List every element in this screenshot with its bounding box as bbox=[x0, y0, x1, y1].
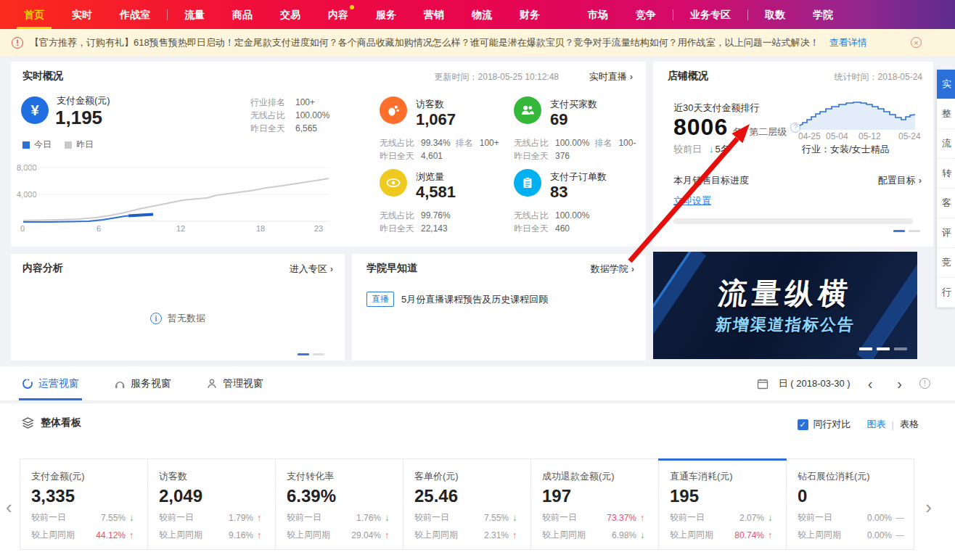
trend-x-tick: 04-25 bbox=[798, 131, 821, 141]
nav-item-business-zone[interactable]: 业务专区 bbox=[690, 0, 731, 29]
calendar-icon[interactable] bbox=[757, 378, 768, 390]
side-nav-item[interactable]: 实 bbox=[937, 70, 955, 99]
arrow-down-icon: ↓ bbox=[129, 513, 137, 523]
banner-dot[interactable] bbox=[894, 347, 907, 350]
x-tick: 12 bbox=[176, 224, 185, 233]
academy-panel: 学院早知道 数据学院› 直播 5月份直播课程预告及历史课程回顾 bbox=[352, 254, 646, 361]
nav-item-war-room[interactable]: 作战室 bbox=[120, 0, 150, 29]
banner-dot-active[interactable] bbox=[859, 347, 872, 350]
banner-pagination[interactable] bbox=[859, 347, 907, 350]
nav-item-service[interactable]: 服务 bbox=[376, 0, 396, 29]
nav-item-marketing[interactable]: 营销 bbox=[424, 0, 444, 29]
chart-view-toggle[interactable]: 图表 bbox=[867, 418, 886, 431]
metric-row: 无线占比99.34%排名100+ bbox=[380, 137, 499, 149]
date-prev-button[interactable]: ‹ bbox=[861, 376, 880, 391]
pagination-dot[interactable] bbox=[909, 230, 920, 232]
side-nav-item[interactable]: 评 bbox=[937, 218, 955, 248]
arrow-up-icon: ↑ bbox=[768, 530, 776, 540]
chart-legend: 今日 昨日 bbox=[22, 139, 94, 151]
banner-subtitle: 新增渠道指标公告 bbox=[653, 314, 917, 336]
course-title[interactable]: 5月份直播课程预告及历史课程回顾 bbox=[401, 293, 548, 306]
nav-item-goods[interactable]: 商品 bbox=[232, 0, 253, 29]
enter-zone-link[interactable]: 进入专区› bbox=[290, 263, 333, 276]
nav-item-trade[interactable]: 交易 bbox=[280, 0, 300, 29]
kpi-card-diamond-spend[interactable]: 钻石展位消耗(元) 0 较前一日0.00%— 较上周同期0.00%— bbox=[787, 459, 914, 549]
metric-pay-suborders: 支付子订单数 83 无线占比100.00% 昨日全天460 bbox=[514, 170, 646, 237]
nav-item-home[interactable]: 首页 bbox=[24, 0, 44, 29]
panel-pagination[interactable] bbox=[893, 230, 920, 232]
configure-goal-link[interactable]: 配置目标› bbox=[878, 174, 922, 187]
data-academy-link[interactable]: 数据学院› bbox=[591, 263, 634, 276]
table-view-toggle[interactable]: 表格 bbox=[900, 418, 919, 431]
kpi-card-payment[interactable]: 支付金额(元) 3,335 较前一日7.55%↓ 较上周同期44.12%↑ bbox=[20, 459, 148, 549]
sycm-dashboard: 首页 实时 作战室 流量 商品 交易 内容 服务 营销 物流 财务 市场 竞争 … bbox=[0, 0, 955, 560]
pagination-dot-active[interactable] bbox=[298, 353, 309, 355]
empty-text: 暂无数据 bbox=[168, 312, 205, 325]
legend-today-swatch bbox=[22, 141, 30, 149]
peer-compare-label[interactable]: 同行对比 bbox=[813, 418, 851, 431]
kpi-card-ztc-spend[interactable]: 直通车消耗(元) 195 较前一日2.07%↓ 较上周同期80.74%↑ bbox=[659, 459, 787, 549]
kpi-card-visitors[interactable]: 访客数 2,049 较前一日1.79%↑ 较上周同期9.16%↑ bbox=[148, 459, 276, 549]
kpi-card-avg-price[interactable]: 客单价(元) 25.46 较前一日7.55%↓ 较上周同期2.31%↑ bbox=[403, 459, 531, 549]
content-analysis-panel: 内容分析 进入专区› i 暂无数据 bbox=[11, 254, 345, 361]
peer-compare-checkbox[interactable]: ✓ bbox=[798, 419, 808, 430]
pay-amount-label: 支付金额(元) bbox=[57, 94, 110, 107]
nav-item-market[interactable]: 市场 bbox=[588, 0, 608, 29]
nav-item-content[interactable]: 内容 bbox=[328, 0, 348, 29]
metric-label: 浏览量 bbox=[416, 170, 444, 184]
cards-scroll-left-button[interactable]: ‹ bbox=[6, 496, 12, 519]
nav-item-traffic[interactable]: 流量 bbox=[184, 0, 205, 29]
date-next-button[interactable]: › bbox=[890, 376, 909, 391]
nav-item-logistics[interactable]: 物流 bbox=[472, 0, 492, 29]
arrow-up-icon: ↑ bbox=[257, 530, 265, 540]
promo-banner[interactable]: 流量纵横 新增渠道指标公告 bbox=[653, 252, 917, 359]
panel-title: 实时概况 bbox=[22, 70, 63, 83]
trend-x-tick: 05-04 bbox=[826, 131, 848, 141]
tab-service-view[interactable]: 服务视窗 bbox=[114, 366, 171, 400]
kpi-card-conversion[interactable]: 支付转化率 6.39% 较前一日1.76%↓ 较上周同期29.04%↑ bbox=[276, 459, 403, 549]
panel-pagination[interactable] bbox=[298, 353, 324, 355]
chevron-right-icon: › bbox=[919, 175, 922, 186]
goal-title: 本月销售目标进度 bbox=[673, 174, 749, 187]
nav-item-data-fetch[interactable]: 取数 bbox=[765, 0, 785, 29]
cards-scroll-right-button[interactable]: › bbox=[925, 496, 932, 519]
metric-value: 1,067 bbox=[416, 110, 456, 129]
board-header: 整体看板 bbox=[22, 416, 81, 429]
nav-divider bbox=[167, 9, 168, 20]
overall-board-section: 整体看板 ✓ 同行对比 图表 | 表格 支付金额(元) 3,335 较前一日7.… bbox=[0, 403, 955, 560]
announcement-text: 【官方推荐，订购有礼】618预售预热即日启动！定金尾款支付进度如何？各个商品收藏… bbox=[30, 36, 819, 49]
flat-icon: — bbox=[895, 530, 903, 540]
view-details-link[interactable]: 查看详情 bbox=[829, 36, 867, 49]
side-nav-item[interactable]: 整 bbox=[937, 99, 955, 129]
nav-item-finance[interactable]: 财务 bbox=[520, 0, 540, 29]
kpi-card-refund[interactable]: 成功退款金额(元) 197 较前一日73.37%↑ 较上周同期6.98%↓ bbox=[531, 459, 659, 549]
person-icon bbox=[206, 378, 218, 390]
arrow-up-icon: ↑ bbox=[385, 530, 393, 540]
side-nav-item[interactable]: 竞 bbox=[937, 248, 955, 278]
nav-item-academy[interactable]: 学院 bbox=[813, 0, 833, 29]
pagination-dot[interactable] bbox=[313, 353, 324, 355]
side-nav-item[interactable]: 转 bbox=[937, 159, 955, 189]
date-selector[interactable]: 日 ( 2018-03-30 ) bbox=[779, 377, 851, 390]
side-nav-item[interactable]: 流 bbox=[937, 129, 955, 159]
side-nav-item[interactable]: 客 bbox=[937, 189, 955, 218]
arrow-up-icon: ↑ bbox=[640, 513, 648, 523]
tab-operations-view[interactable]: 运营视窗 bbox=[22, 366, 79, 400]
side-quick-nav: 实 整 流 转 客 评 竞 行 bbox=[937, 70, 955, 308]
metric-value: 83 bbox=[550, 183, 567, 202]
info-icon[interactable]: ! bbox=[919, 378, 930, 389]
course-item[interactable]: 直播 5月份直播课程预告及历史课程回顾 bbox=[366, 292, 548, 307]
banner-dot[interactable] bbox=[877, 347, 890, 350]
tab-management-view[interactable]: 管理视窗 bbox=[206, 366, 263, 400]
nav-item-competition[interactable]: 竞争 bbox=[636, 0, 656, 29]
side-nav-item[interactable]: 行 bbox=[937, 278, 955, 308]
nav-item-realtime[interactable]: 实时 bbox=[72, 0, 92, 29]
trend-x-tick: 05-12 bbox=[858, 131, 881, 141]
setup-now-link[interactable]: 立即设置 bbox=[673, 194, 711, 207]
metric-visitors: 访客数 1,067 无线占比99.34%排名100+ 昨日全天4,601 bbox=[380, 98, 512, 165]
pay-amount-stats: 行业排名100+ 无线占比100.00% 昨日全天6,565 bbox=[250, 96, 329, 135]
close-icon[interactable]: × bbox=[911, 37, 922, 48]
realtime-live-link[interactable]: 实时直播› bbox=[589, 70, 633, 83]
metric-pageviews: 浏览量 4,581 无线占比99.76% 昨日全天22,143 bbox=[380, 170, 512, 237]
pagination-dot-active[interactable] bbox=[893, 230, 905, 232]
